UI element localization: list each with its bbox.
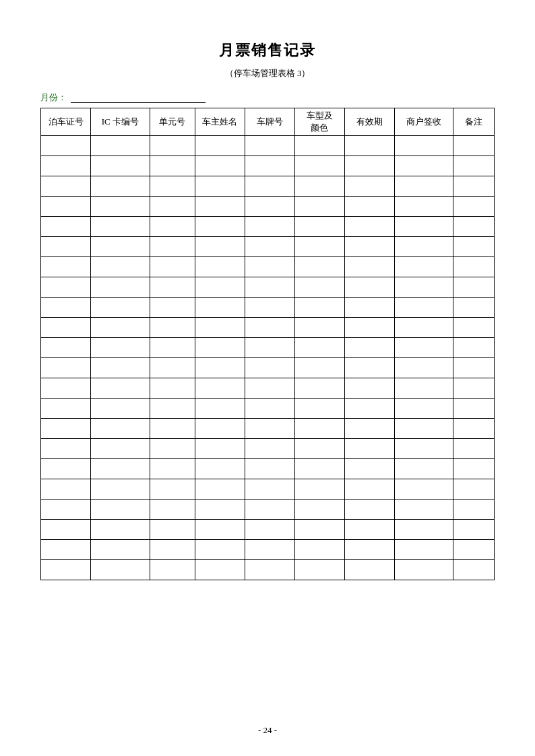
- table-cell: [245, 399, 294, 419]
- table-cell: [453, 338, 495, 358]
- table-row: [41, 540, 495, 560]
- table-cell: [453, 136, 495, 156]
- table-cell: [344, 197, 394, 217]
- table-cell: [195, 197, 245, 217]
- table-cell: [41, 439, 91, 459]
- table-cell: [91, 298, 150, 318]
- table-cell: [344, 217, 394, 237]
- table-cell: [91, 419, 150, 439]
- table-cell: [91, 520, 150, 540]
- table-cell: [344, 439, 394, 459]
- table-cell: [245, 197, 294, 217]
- table-cell: [344, 277, 394, 298]
- table-cell: [150, 338, 195, 358]
- table-cell: [91, 136, 150, 156]
- table-cell: [41, 419, 91, 439]
- table-row: [41, 479, 495, 500]
- table-cell: [195, 298, 245, 318]
- header-note: 备注: [453, 108, 495, 136]
- table-cell: [91, 237, 150, 257]
- table-cell: [294, 217, 344, 237]
- table-header-row: 泊车证号 IC 卡编号 单元号 车主姓名 车牌号 车型及颜色 有效期 商户签收 …: [41, 108, 495, 136]
- table-cell: [294, 378, 344, 399]
- table-cell: [245, 520, 294, 540]
- table-cell: [294, 479, 344, 500]
- table-cell: [91, 560, 150, 580]
- table-cell: [394, 176, 453, 197]
- table-cell: [195, 217, 245, 237]
- table-cell: [195, 520, 245, 540]
- table-cell: [91, 399, 150, 419]
- table-cell: [245, 136, 294, 156]
- table-cell: [150, 176, 195, 197]
- table-cell: [294, 439, 344, 459]
- table-cell: [394, 298, 453, 318]
- table-cell: [195, 459, 245, 479]
- table-cell: [294, 520, 344, 540]
- table-cell: [294, 298, 344, 318]
- table-row: [41, 298, 495, 318]
- table-row: [41, 338, 495, 358]
- page-number: - 24 -: [258, 725, 277, 736]
- table-cell: [245, 479, 294, 500]
- table-cell: [195, 560, 245, 580]
- table-cell: [41, 338, 91, 358]
- table-cell: [453, 560, 495, 580]
- table-row: [41, 560, 495, 580]
- header-ic: IC 卡编号: [91, 108, 150, 136]
- table-cell: [453, 500, 495, 520]
- table-cell: [453, 540, 495, 560]
- header-parking: 泊车证号: [41, 108, 91, 136]
- table-cell: [195, 439, 245, 459]
- table-cell: [394, 156, 453, 176]
- table-cell: [245, 176, 294, 197]
- table-cell: [394, 560, 453, 580]
- table-cell: [453, 439, 495, 459]
- table-cell: [150, 237, 195, 257]
- table-cell: [91, 540, 150, 560]
- table-cell: [41, 459, 91, 479]
- table-cell: [41, 176, 91, 197]
- table-cell: [41, 197, 91, 217]
- table-cell: [344, 257, 394, 277]
- table-cell: [453, 378, 495, 399]
- table-row: [41, 419, 495, 439]
- table-cell: [150, 156, 195, 176]
- table-cell: [453, 176, 495, 197]
- table-cell: [245, 439, 294, 459]
- table-cell: [394, 459, 453, 479]
- table-cell: [294, 136, 344, 156]
- table-cell: [150, 378, 195, 399]
- table-cell: [91, 439, 150, 459]
- table-cell: [245, 500, 294, 520]
- table-cell: [294, 277, 344, 298]
- table-cell: [150, 277, 195, 298]
- table-row: [41, 277, 495, 298]
- header-name: 车主姓名: [195, 108, 245, 136]
- table-cell: [150, 257, 195, 277]
- table-row: [41, 257, 495, 277]
- table-cell: [41, 399, 91, 419]
- table-cell: [344, 520, 394, 540]
- table-cell: [453, 459, 495, 479]
- table-row: [41, 156, 495, 176]
- table-cell: [394, 540, 453, 560]
- table-cell: [41, 378, 91, 399]
- table-cell: [294, 237, 344, 257]
- table-cell: [195, 176, 245, 197]
- table-cell: [150, 459, 195, 479]
- header-merchant: 商户签收: [394, 108, 453, 136]
- table-cell: [453, 217, 495, 237]
- month-label: 月份：: [40, 92, 67, 104]
- page-subtitle: （停车场管理表格 3）: [225, 67, 311, 79]
- table-cell: [394, 277, 453, 298]
- table-cell: [41, 500, 91, 520]
- table-cell: [150, 399, 195, 419]
- table-cell: [245, 257, 294, 277]
- table-cell: [195, 399, 245, 419]
- table-cell: [394, 439, 453, 459]
- table-cell: [344, 459, 394, 479]
- table-cell: [394, 217, 453, 237]
- table-cell: [41, 217, 91, 237]
- header-plate: 车牌号: [245, 108, 294, 136]
